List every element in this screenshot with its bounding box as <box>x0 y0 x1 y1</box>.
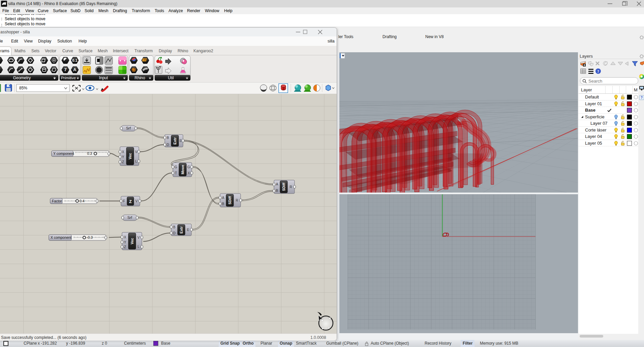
svg-text:?: ? <box>597 69 599 74</box>
svg-text:G: G <box>175 165 177 169</box>
svg-text:Y: Y <box>124 240 126 244</box>
svg-text:X component: X component <box>51 235 71 239</box>
svg-text:A: A <box>73 67 76 72</box>
svg-text:T: T <box>175 171 177 175</box>
svg-text:R: R <box>289 185 292 189</box>
svg-text:V: V <box>135 199 138 203</box>
svg-text:E: E <box>180 139 182 143</box>
svg-text:A: A <box>276 182 278 186</box>
svg-text:B: B <box>222 202 224 206</box>
svg-text:D: D <box>166 143 169 147</box>
svg-text:V: V <box>135 150 137 154</box>
svg-text:85%: 85% <box>19 86 27 90</box>
svg-text:Primitive: Primitive <box>61 76 76 80</box>
svg-text:Input: Input <box>99 76 108 80</box>
svg-text:B: B <box>276 189 278 193</box>
svg-text:?: ? <box>641 96 643 99</box>
svg-text:Rhino: Rhino <box>134 76 145 80</box>
svg-text:Z: Z <box>124 245 126 249</box>
svg-text:Factor: Factor <box>52 199 62 203</box>
svg-text:Util: Util <box>168 76 174 80</box>
svg-text:Srf: Srf <box>127 215 132 220</box>
svg-text:Geometry: Geometry <box>13 76 31 80</box>
svg-text:V: V <box>137 236 140 239</box>
svg-text:Extr: Extr <box>173 137 177 145</box>
svg-text:G: G <box>187 165 190 169</box>
svg-text:L: L <box>135 160 137 163</box>
svg-text:Z: Z <box>122 160 124 164</box>
svg-text:7: 7 <box>64 67 66 72</box>
svg-text:Move: Move <box>181 165 185 174</box>
svg-text:F: F <box>123 199 125 203</box>
svg-text:0.3: 0.3 <box>87 151 92 155</box>
svg-text:SDiff: SDiff <box>282 182 286 191</box>
svg-text:-0.3: -0.3 <box>87 235 93 239</box>
svg-text:E: E <box>187 228 189 232</box>
svg-text:X: X <box>124 235 126 239</box>
svg-text:Vec: Vec <box>130 238 134 244</box>
svg-text:Y component: Y component <box>53 151 74 155</box>
svg-text:X: X <box>122 150 124 154</box>
svg-text:Vec: Vec <box>128 153 132 160</box>
svg-text:R: R <box>236 199 238 202</box>
svg-text:Y: Y <box>122 155 124 159</box>
svg-text:D: D <box>173 231 175 235</box>
svg-text:0.1: 0.1 <box>72 58 77 62</box>
svg-text:A: A <box>222 196 224 200</box>
svg-text:Extr: Extr <box>179 226 183 234</box>
svg-text:B: B <box>167 136 169 140</box>
svg-text:0.4: 0.4 <box>80 199 85 203</box>
svg-text:Srf: Srf <box>126 126 131 130</box>
svg-text:B: B <box>173 225 176 229</box>
svg-text:L: L <box>137 245 140 249</box>
svg-text:SDiff: SDiff <box>228 196 232 204</box>
svg-text:X: X <box>188 171 190 175</box>
svg-text:Z: Z <box>129 199 132 204</box>
